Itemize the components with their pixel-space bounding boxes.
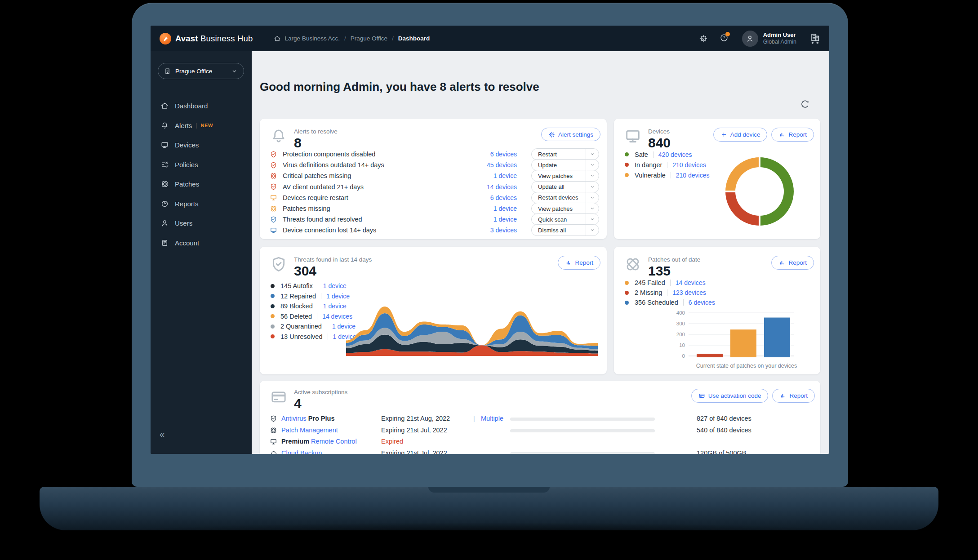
dropdown-chevron[interactable] bbox=[586, 225, 599, 236]
settings-gear-icon[interactable] bbox=[699, 34, 708, 43]
legend-devices-link[interactable]: 210 devices bbox=[672, 161, 706, 169]
refresh-icon[interactable] bbox=[800, 99, 810, 109]
avast-logo[interactable]: Avast Business Hub bbox=[160, 33, 253, 44]
alert-devices-link[interactable]: 1 device bbox=[463, 205, 517, 212]
alert-status-icon bbox=[270, 216, 277, 223]
devices-report-button[interactable]: Report bbox=[771, 128, 814, 142]
usage-progress-bar bbox=[510, 429, 655, 432]
legend-label: 245 Failed bbox=[635, 279, 665, 286]
legend-devices-link[interactable]: 14 devices bbox=[676, 279, 706, 286]
dropdown-chevron[interactable] bbox=[586, 160, 599, 170]
alert-devices-link[interactable]: 6 devices bbox=[463, 151, 517, 158]
alert-action-dropdown[interactable]: Restart bbox=[531, 148, 599, 160]
alert-devices-link[interactable]: 1 device bbox=[463, 216, 517, 223]
legend-dot bbox=[625, 281, 629, 285]
legend-row: Safe 420 devices bbox=[614, 149, 710, 160]
alert-action-dropdown[interactable]: View patches bbox=[531, 170, 599, 182]
page-title: Good morning Admin, you have 8 alerts to… bbox=[260, 80, 539, 94]
sidebar-item[interactable]: Dashboard bbox=[151, 96, 245, 116]
chevron-down-icon bbox=[589, 151, 596, 157]
patches-report-button[interactable]: Report bbox=[771, 256, 814, 270]
legend-label: 2 Missing bbox=[635, 289, 662, 296]
site-selector[interactable]: Prague Office bbox=[158, 63, 244, 79]
user-info[interactable]: Admin User Global Admin bbox=[763, 32, 796, 45]
alert-devices-link[interactable]: 14 devices bbox=[463, 183, 517, 191]
collapse-sidebar-icon[interactable]: « bbox=[160, 429, 164, 440]
laptop-frame: Avast Business Hub Large Business Acc. /… bbox=[132, 3, 848, 487]
company-switcher-icon[interactable] bbox=[809, 32, 821, 44]
home-icon[interactable] bbox=[274, 35, 281, 42]
sidebar-item[interactable]: Account bbox=[151, 233, 245, 253]
alert-devices-link[interactable]: 45 devices bbox=[463, 161, 517, 169]
legend-dot bbox=[271, 314, 275, 318]
legend-devices-link[interactable]: 1 device bbox=[323, 302, 347, 310]
breadcrumb-item[interactable]: Prague Office bbox=[351, 35, 387, 42]
alert-settings-button[interactable]: Alert settings bbox=[541, 128, 600, 141]
threats-report-button[interactable]: Report bbox=[558, 256, 600, 270]
breadcrumb-item[interactable]: Large Business Acc. bbox=[285, 35, 340, 42]
subscription-name[interactable]: Patch Management bbox=[281, 425, 338, 436]
alert-action-label: Restart devices bbox=[532, 194, 586, 201]
legend-dot bbox=[625, 163, 629, 167]
subscription-name[interactable]: Antivirus Pro Plus bbox=[281, 413, 334, 425]
sidebar-item[interactable]: Alerts | NEW bbox=[151, 116, 245, 136]
alert-action-dropdown[interactable]: Update all bbox=[531, 181, 599, 193]
dropdown-chevron[interactable] bbox=[586, 149, 599, 160]
subscription-expiry: Expiring 21st Aug, 2022 bbox=[381, 413, 450, 425]
subscription-name[interactable]: Cloud Backup bbox=[281, 448, 322, 454]
patches-count: 135 bbox=[648, 263, 671, 279]
alert-action-dropdown[interactable]: Quick scan bbox=[531, 213, 599, 225]
alert-devices-link[interactable]: 3 devices bbox=[463, 227, 517, 234]
alert-status-icon bbox=[270, 161, 277, 169]
sidebar-item[interactable]: Devices bbox=[151, 135, 245, 155]
sidebar-item[interactable]: Policies bbox=[151, 155, 245, 175]
use-activation-code-button[interactable]: Use activation code bbox=[691, 389, 769, 403]
expiry-divider: | bbox=[473, 413, 475, 425]
bar-chart-icon bbox=[778, 131, 785, 138]
alert-action-dropdown[interactable]: Update bbox=[531, 159, 599, 171]
sidebar-item[interactable]: Patches bbox=[151, 174, 245, 194]
alert-devices-link[interactable]: 1 device bbox=[463, 172, 517, 179]
app-screen: Avast Business Hub Large Business Acc. /… bbox=[151, 26, 829, 454]
legend-label: 89 Blocked bbox=[280, 302, 313, 310]
alert-devices-link[interactable]: 6 devices bbox=[463, 194, 517, 201]
sidebar-item[interactable]: Reports bbox=[151, 194, 245, 214]
sidebar-item-icon bbox=[160, 200, 169, 208]
alert-label: Virus definitions outdated 14+ days bbox=[283, 161, 384, 169]
legend-devices-link[interactable]: 123 devices bbox=[672, 289, 706, 296]
notification-dot bbox=[725, 32, 730, 36]
alert-action-dropdown[interactable]: Dismiss all bbox=[531, 224, 599, 236]
legend-divider bbox=[671, 172, 671, 178]
subscription-expiry: Expired bbox=[381, 436, 403, 448]
alert-action-dropdown[interactable]: Restart devices bbox=[531, 192, 599, 204]
dropdown-chevron[interactable] bbox=[586, 192, 599, 203]
topbar: Avast Business Hub Large Business Acc. /… bbox=[151, 26, 829, 51]
help-button[interactable]: ? bbox=[720, 33, 729, 44]
legend-devices-link[interactable]: 420 devices bbox=[658, 151, 692, 158]
subscriptions-report-button[interactable]: Report bbox=[772, 389, 815, 403]
dropdown-chevron[interactable] bbox=[586, 214, 599, 225]
sidebar-item-divider: | bbox=[196, 122, 197, 129]
legend-row: 12 Repaired 1 device bbox=[260, 291, 356, 302]
legend-devices-link[interactable]: 1 device bbox=[323, 282, 347, 289]
alert-action-dropdown[interactable]: View patches bbox=[531, 203, 599, 214]
dropdown-chevron[interactable] bbox=[586, 203, 599, 214]
legend-devices-link[interactable]: 210 devices bbox=[676, 172, 710, 179]
dropdown-chevron[interactable] bbox=[586, 170, 599, 181]
breadcrumb-item[interactable]: Dashboard bbox=[398, 35, 430, 42]
svg-text:200: 200 bbox=[676, 332, 685, 337]
gear-icon bbox=[548, 131, 555, 138]
add-device-button[interactable]: Add device bbox=[713, 128, 768, 142]
dropdown-chevron[interactable] bbox=[586, 182, 599, 192]
legend-devices-link[interactable]: 1 device bbox=[326, 293, 350, 300]
alert-row: Virus definitions outdated 14+ days 45 d… bbox=[260, 160, 607, 170]
subscription-list: Antivirus Pro Plus Expiring 21st Aug, 20… bbox=[260, 413, 820, 454]
usage-text: 540 of 840 devices bbox=[697, 425, 751, 436]
avatar[interactable] bbox=[742, 31, 758, 47]
subscription-name[interactable]: Premium Remote Control bbox=[281, 436, 357, 448]
patches-bar-chart: 010200300400 bbox=[672, 304, 812, 363]
svg-text:?: ? bbox=[723, 36, 725, 40]
sidebar-item[interactable]: Users bbox=[151, 213, 245, 233]
alert-action-label: View patches bbox=[532, 205, 586, 212]
multiple-link[interactable]: Multiple bbox=[481, 413, 503, 425]
